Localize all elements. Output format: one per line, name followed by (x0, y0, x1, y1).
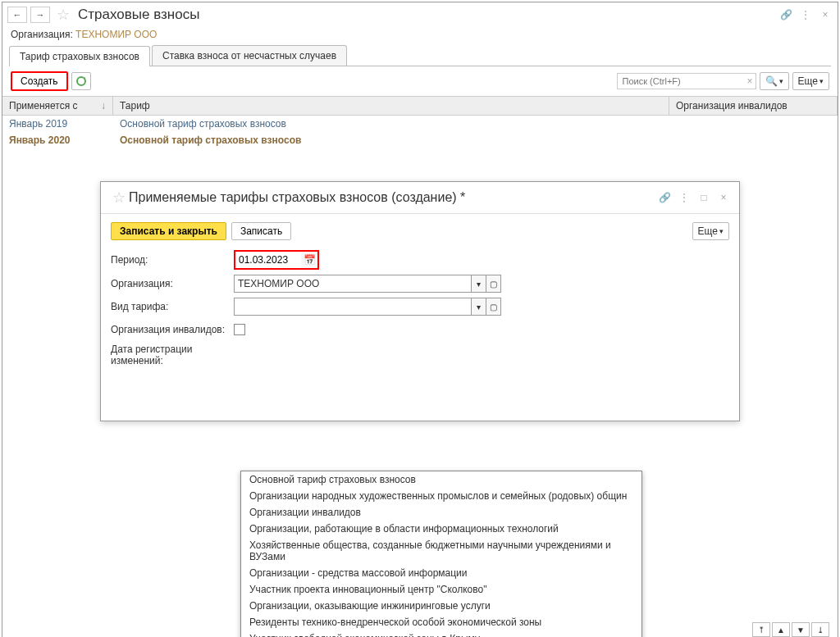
search-input[interactable] (617, 73, 756, 89)
dropdown-item[interactable]: Организации инвалидов (241, 504, 641, 521)
content-area: ☆ Применяемые тарифы страховых взносов (… (2, 181, 838, 637)
calendar-icon[interactable]: 📅 (301, 252, 317, 268)
period-label: Период: (111, 254, 234, 266)
period-input[interactable] (235, 252, 301, 268)
table-row[interactable]: Январь 2019 Основной тариф страховых взн… (2, 116, 838, 132)
inv-checkbox[interactable] (234, 324, 245, 335)
org-line: Организация: ТЕХНОМИР ООО (2, 27, 838, 42)
search-button[interactable]: 🔍▾ (760, 72, 789, 90)
dropdown-item[interactable]: Участник свободной экономической зоны в … (241, 630, 641, 637)
grid-body: Январь 2019 Основной тариф страховых взн… (2, 116, 838, 148)
kind-open-icon[interactable]: ▢ (486, 298, 501, 316)
kind-dropdown-list: Основной тариф страховых взносовОрганиза… (240, 471, 642, 637)
org-select[interactable]: ТЕХНОМИР ООО (234, 275, 472, 293)
tabs: Тариф страховых взносов Ставка взноса от… (9, 45, 831, 66)
table-row[interactable]: Январь 2020 Основной тариф страховых взн… (2, 132, 838, 148)
col-invalid[interactable]: Организация инвалидов (669, 97, 838, 115)
org-open-icon[interactable]: ▢ (486, 275, 501, 293)
org-label: Организация: (11, 29, 73, 40)
refresh-icon[interactable] (71, 72, 91, 90)
kind-label: Вид тарифа: (111, 301, 234, 312)
create-button[interactable]: Создать (11, 71, 68, 91)
main-toolbar: ← → ☆ Страховые взносы 🔗 ⋮ × (2, 2, 838, 27)
dialog-title: Применяемые тарифы страховых взносов (со… (129, 190, 465, 205)
inv-label: Организация инвалидов: (111, 324, 234, 335)
page-title: Страховые взносы (78, 7, 199, 23)
col-tarif[interactable]: Тариф (113, 97, 669, 115)
link-icon[interactable]: 🔗 (778, 7, 793, 22)
kind-select[interactable] (234, 298, 472, 316)
star-icon[interactable]: ☆ (57, 6, 70, 24)
nav-bottom-icon[interactable]: ⤓ (811, 622, 829, 637)
kind-dropdown-icon[interactable]: ▾ (472, 298, 486, 316)
cell-date: Январь 2019 (2, 116, 113, 132)
forward-button[interactable]: → (30, 7, 50, 23)
dropdown-item[interactable]: Основной тариф страховых взносов (241, 471, 641, 488)
dlg-more-icon[interactable]: ⋮ (677, 190, 692, 205)
tab-tarif[interactable]: Тариф страховых взносов (9, 46, 150, 66)
dlg-star-icon[interactable]: ☆ (112, 189, 126, 207)
nav-top-icon[interactable]: ⤒ (752, 622, 770, 637)
dlg-maximize-icon[interactable]: □ (696, 190, 711, 205)
clear-search-icon[interactable]: × (747, 75, 753, 87)
col-date[interactable]: Применяется с↓ (2, 97, 113, 115)
reg-label: Дата регистрации изменений: (111, 344, 234, 366)
save-button[interactable]: Записать (231, 222, 291, 240)
dropdown-item[interactable]: Резиденты технико-внедренческой особой э… (241, 614, 641, 630)
nav-up-icon[interactable]: ▲ (772, 622, 790, 637)
save-close-button[interactable]: Записать и закрыть (111, 222, 226, 240)
create-dialog: ☆ Применяемые тарифы страховых взносов (… (100, 181, 740, 421)
dropdown-item[interactable]: Организации народных художественных пром… (241, 488, 641, 504)
more-icon[interactable]: ⋮ (798, 7, 813, 22)
dropdown-item[interactable]: Организации, работающие в области информ… (241, 521, 641, 537)
org-dropdown-icon[interactable]: ▾ (472, 275, 486, 293)
dlg-link-icon[interactable]: 🔗 (657, 190, 672, 205)
close-icon[interactable]: × (818, 7, 833, 22)
dropdown-item[interactable]: Хозяйственные общества, созданные бюджет… (241, 537, 641, 565)
org-field-label: Организация: (111, 278, 234, 289)
cell-tarif: Основной тариф страховых взносов (113, 116, 838, 132)
org-value[interactable]: ТЕХНОМИР ООО (75, 29, 157, 40)
cell-tarif: Основной тариф страховых взносов (113, 132, 838, 148)
dlg-more-button[interactable]: Еще ▾ (692, 222, 729, 240)
dlg-close-icon[interactable]: × (716, 190, 731, 205)
dropdown-item[interactable]: Организации, оказывающие инжиниринговые … (241, 598, 641, 614)
back-button[interactable]: ← (7, 7, 27, 23)
grid-header: Применяется с↓ Тариф Организация инвалид… (2, 96, 838, 116)
tab-stavka[interactable]: Ставка взноса от несчастных случаев (152, 45, 347, 66)
dropdown-item[interactable]: Организации - средства массовой информац… (241, 565, 641, 581)
more-button[interactable]: Еще ▾ (792, 72, 829, 90)
command-bar: Создать × 🔍▾ Еще ▾ (2, 66, 838, 96)
nav-down-icon[interactable]: ▼ (792, 622, 810, 637)
dropdown-item[interactable]: Участник проекта инновационный центр "Ск… (241, 581, 641, 598)
list-nav-buttons: ⤒ ▲ ▼ ⤓ (752, 622, 829, 637)
cell-date: Январь 2020 (2, 132, 113, 148)
